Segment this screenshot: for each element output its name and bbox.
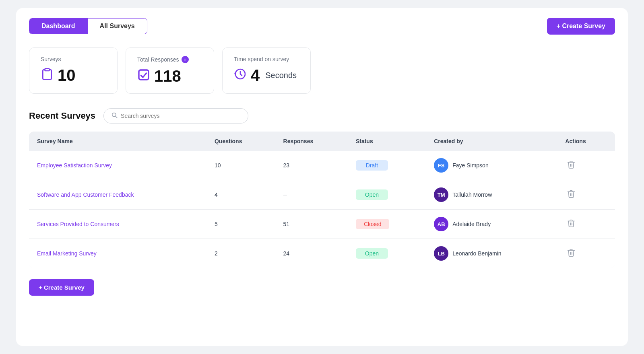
stat-card-responses: Total Responses i 118: [126, 47, 214, 94]
col-questions: Questions: [206, 132, 275, 151]
avatar: LB: [434, 246, 448, 261]
surveys-table: Survey Name Questions Responses Status C…: [29, 132, 615, 268]
recent-surveys-title: Recent Surveys: [29, 111, 95, 121]
delete-button[interactable]: [565, 188, 577, 202]
cell-responses: 24: [275, 239, 348, 268]
delete-button[interactable]: [565, 158, 577, 173]
svg-line-4: [116, 116, 117, 118]
delete-button[interactable]: [565, 247, 577, 261]
table-header-row: Survey Name Questions Responses Status C…: [29, 132, 615, 151]
stat-label-time: Time spend on survey: [234, 56, 299, 62]
create-survey-bottom-button[interactable]: + Create Survey: [29, 279, 94, 296]
survey-name-link[interactable]: Services Provided to Consumers: [37, 221, 119, 227]
cell-survey-name: Software and App Customer Feedback: [29, 180, 206, 210]
status-badge: Open: [356, 189, 388, 200]
survey-name-link[interactable]: Software and App Customer Feedback: [37, 191, 134, 198]
stat-value-responses: 118: [137, 67, 202, 85]
check-icon: [137, 68, 150, 84]
col-responses: Responses: [275, 132, 348, 151]
avatar: AB: [434, 217, 448, 231]
stat-unit-time: Seconds: [265, 71, 297, 80]
creator-name: Tallulah Morrow: [452, 191, 492, 198]
clock-icon: [234, 68, 247, 83]
creator-name: Adelaide Brady: [452, 221, 491, 227]
avatar: TM: [434, 187, 448, 202]
creator-cell: FS Faye Simpson: [434, 158, 549, 173]
status-badge: Open: [356, 248, 388, 259]
cell-status: Closed: [348, 210, 426, 239]
svg-rect-1: [139, 70, 149, 80]
table-row: Email Marketing Survey 2 24 Open LB Leon…: [29, 239, 615, 268]
stat-number-time: 4: [251, 66, 260, 84]
survey-name-link[interactable]: Email Marketing Survey: [37, 250, 97, 257]
creator-cell: AB Adelaide Brady: [434, 217, 549, 231]
cell-questions: 10: [206, 151, 275, 180]
stat-card-time: Time spend on survey 4 Seconds: [222, 47, 311, 94]
stat-value-time: 4 Seconds: [234, 66, 299, 84]
page-container: Dashboard All Surveys + Create Survey Su…: [16, 8, 628, 346]
cell-creator: FS Faye Simpson: [426, 151, 557, 180]
table-row: Software and App Customer Feedback 4 -- …: [29, 180, 615, 210]
col-actions: Actions: [557, 132, 615, 151]
cell-creator: LB Leonardo Benjamin: [426, 239, 557, 268]
creator-name: Faye Simpson: [452, 162, 488, 169]
cell-status: Open: [348, 239, 426, 268]
stat-label-responses: Total Responses i: [137, 56, 202, 63]
stat-card-surveys: Surveys 10: [29, 47, 118, 94]
cell-creator: TM Tallulah Morrow: [426, 180, 557, 210]
clipboard-icon: [41, 68, 54, 83]
stats-row: Surveys 10 Total Responses i: [29, 47, 615, 94]
cell-status: Open: [348, 180, 426, 210]
cell-survey-name: Employee Satisfaction Survey: [29, 151, 206, 180]
tab-dashboard[interactable]: Dashboard: [29, 19, 87, 34]
survey-name-link[interactable]: Employee Satisfaction Survey: [37, 162, 112, 169]
cell-responses: --: [275, 180, 348, 210]
cell-survey-name: Services Provided to Consumers: [29, 210, 206, 239]
stat-value-surveys: 10: [41, 66, 106, 84]
svg-rect-0: [45, 69, 50, 71]
cell-questions: 4: [206, 180, 275, 210]
cell-responses: 51: [275, 210, 348, 239]
status-badge: Closed: [356, 219, 390, 229]
cell-status: Draft: [348, 151, 426, 180]
search-input[interactable]: [121, 113, 241, 119]
cell-questions: 5: [206, 210, 275, 239]
nav-tabs: Dashboard All Surveys: [29, 18, 147, 34]
table-row: Employee Satisfaction Survey 10 23 Draft…: [29, 151, 615, 180]
col-created-by: Created by: [426, 132, 557, 151]
create-survey-button[interactable]: + Create Survey: [547, 18, 615, 35]
avatar: FS: [434, 158, 448, 173]
stat-label-surveys: Surveys: [41, 56, 106, 62]
creator-cell: TM Tallulah Morrow: [434, 187, 549, 202]
cell-actions: [557, 151, 615, 180]
recent-surveys-header: Recent Surveys: [29, 108, 615, 123]
delete-button[interactable]: [565, 217, 577, 231]
status-badge: Draft: [356, 160, 388, 171]
creator-cell: LB Leonardo Benjamin: [434, 246, 549, 261]
bottom-actions: + Create Survey: [29, 279, 615, 296]
cell-actions: [557, 180, 615, 210]
stat-number-responses: 118: [154, 67, 181, 85]
search-box[interactable]: [103, 108, 248, 123]
table-row: Services Provided to Consumers 5 51 Clos…: [29, 210, 615, 239]
cell-creator: AB Adelaide Brady: [426, 210, 557, 239]
cell-questions: 2: [206, 239, 275, 268]
col-status: Status: [348, 132, 426, 151]
cell-responses: 23: [275, 151, 348, 180]
cell-actions: [557, 239, 615, 268]
tab-all-surveys[interactable]: All Surveys: [87, 19, 147, 34]
info-icon[interactable]: i: [182, 56, 189, 63]
cell-actions: [557, 210, 615, 239]
col-survey-name: Survey Name: [29, 132, 206, 151]
search-icon: [111, 112, 118, 120]
cell-survey-name: Email Marketing Survey: [29, 239, 206, 268]
creator-name: Leonardo Benjamin: [452, 250, 501, 257]
stat-number-surveys: 10: [58, 66, 76, 84]
header: Dashboard All Surveys + Create Survey: [29, 18, 615, 35]
